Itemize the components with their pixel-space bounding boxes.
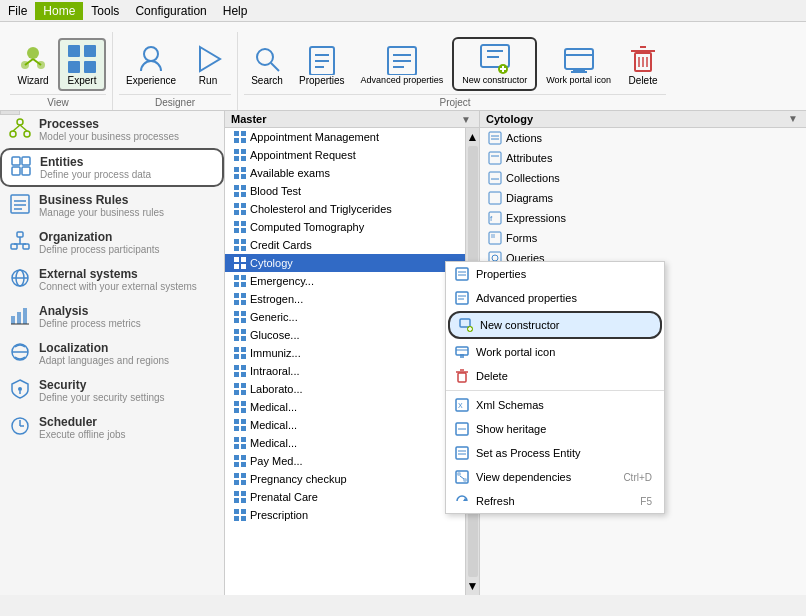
wizard-button[interactable]: Wizard xyxy=(10,39,56,90)
tree-node-cholesterol[interactable]: Cholesterol and Triglycerides xyxy=(225,200,465,218)
tree-node-intraoral[interactable]: Intraoral... xyxy=(225,362,465,380)
actions-label: Actions xyxy=(506,132,542,144)
svg-rect-157 xyxy=(456,268,468,280)
cm-work-portal-icon[interactable]: Work portal icon xyxy=(446,340,664,364)
svg-rect-96 xyxy=(241,246,246,251)
tree-node-pay-med[interactable]: Pay Med... xyxy=(225,452,465,470)
scheduler-icon xyxy=(9,415,31,437)
tree-node-appointment-mgmt[interactable]: Appointment Management xyxy=(225,128,465,146)
right-item-attributes[interactable]: Attributes xyxy=(480,148,806,168)
cm-properties-label: Properties xyxy=(476,268,526,280)
tree-node-medical3[interactable]: Medical... xyxy=(225,434,465,452)
scroll-down-icon[interactable]: ▼ xyxy=(467,579,479,593)
actions-icon xyxy=(488,131,502,145)
cm-xml-schemas[interactable]: X Xml Schemas xyxy=(446,393,664,417)
run-button[interactable]: Run xyxy=(185,39,231,90)
work-portal-ribbon-button[interactable]: Work portal icon xyxy=(539,39,618,89)
cm-advanced-props[interactable]: Advanced properties xyxy=(446,286,664,310)
cm-set-process-entity[interactable]: Set as Process Entity xyxy=(446,441,664,465)
svg-rect-97 xyxy=(234,257,239,262)
cm-show-heritage[interactable]: Show heritage xyxy=(446,417,664,441)
analysis-desc: Define process metrics xyxy=(39,318,141,329)
menu-file[interactable]: File xyxy=(0,2,35,20)
search-ribbon-button[interactable]: Search xyxy=(244,39,290,90)
right-item-collections[interactable]: Collections xyxy=(480,168,806,188)
entities-title: Entities xyxy=(40,155,151,169)
tree-node-blood-test[interactable]: Blood Test xyxy=(225,182,465,200)
tree-node-medical2[interactable]: Medical... xyxy=(225,416,465,434)
svg-rect-91 xyxy=(234,228,239,233)
menu-help[interactable]: Help xyxy=(215,2,256,20)
medical2-icon xyxy=(233,418,247,432)
expert-button[interactable]: Expert xyxy=(58,38,106,91)
svg-rect-114 xyxy=(241,329,246,334)
tree-node-appointment-req[interactable]: Appointment Request xyxy=(225,146,465,164)
tree-node-medical1[interactable]: Medical... xyxy=(225,398,465,416)
svg-rect-142 xyxy=(241,455,246,460)
scroll-up-icon[interactable]: ▲ xyxy=(467,130,479,144)
tree-collapse-btn[interactable]: ▼ xyxy=(459,114,473,125)
svg-rect-145 xyxy=(234,473,239,478)
right-item-expressions[interactable]: f Expressions xyxy=(480,208,806,228)
tree-node-laborato[interactable]: Laborato... xyxy=(225,380,465,398)
sidebar-item-scheduler[interactable]: Scheduler Execute offline jobs xyxy=(0,409,224,446)
svg-rect-141 xyxy=(234,455,239,460)
svg-line-41 xyxy=(20,125,27,131)
svg-point-11 xyxy=(257,49,273,65)
cm-refresh-shortcut: F5 xyxy=(640,496,652,507)
delete-ribbon-button[interactable]: Delete xyxy=(620,39,666,90)
tree-node-cytology[interactable]: Cytology xyxy=(225,254,465,272)
external-systems-icon xyxy=(9,267,31,289)
cm-set-process-icon xyxy=(454,445,470,461)
right-panel-collapse-btn[interactable]: ▼ xyxy=(786,113,800,125)
sidebar-item-external-systems[interactable]: External systems Connect with your exter… xyxy=(0,261,224,298)
cm-delete[interactable]: Delete xyxy=(446,364,664,388)
cm-refresh[interactable]: Refresh F5 xyxy=(446,489,664,513)
tree-node-computed-tomo[interactable]: Computed Tomography xyxy=(225,218,465,236)
tree-node-immuniz[interactable]: Immuniz... xyxy=(225,344,465,362)
estrogen-label: Estrogen... xyxy=(250,293,303,305)
sidebar-item-security[interactable]: Security Define your security settings xyxy=(0,372,224,409)
cm-view-deps-label: View dependencies xyxy=(476,471,571,483)
scheduler-desc: Execute offline jobs xyxy=(39,429,126,440)
tree-node-prescription[interactable]: Prescription xyxy=(225,506,465,524)
tree-node-generic[interactable]: Generic... xyxy=(225,308,465,326)
svg-rect-185 xyxy=(489,132,501,144)
advanced-props-ribbon-button[interactable]: Advanced properties xyxy=(354,39,451,89)
sidebar-collapse-button[interactable]: ‹ xyxy=(0,111,20,115)
sidebar-item-analysis[interactable]: Analysis Define process metrics xyxy=(0,298,224,335)
tree-node-prenatal[interactable]: Prenatal Care xyxy=(225,488,465,506)
credit-cards-label: Credit Cards xyxy=(250,239,312,251)
sidebar-item-organization[interactable]: Organization Define process participants xyxy=(0,224,224,261)
tree-node-available-exams[interactable]: Available exams xyxy=(225,164,465,182)
credit-cards-icon xyxy=(233,238,247,252)
properties-ribbon-button[interactable]: Properties xyxy=(292,39,352,90)
external-systems-desc: Connect with your external systems xyxy=(39,281,197,292)
sidebar-item-localization[interactable]: Localization Adapt languages and regions xyxy=(0,335,224,372)
tree-node-estrogen[interactable]: Estrogen... xyxy=(225,290,465,308)
sidebar-item-processes[interactable]: Processes Model your business processes xyxy=(0,111,224,148)
cm-new-constructor[interactable]: New constructor xyxy=(448,311,662,339)
cm-view-dependencies[interactable]: View dependencies Ctrl+D xyxy=(446,465,664,489)
new-constructor-ribbon-button[interactable]: New constructor xyxy=(452,37,537,91)
experience-button[interactable]: Experience xyxy=(119,39,183,90)
menu-home[interactable]: Home xyxy=(35,2,83,20)
sidebar-item-entities[interactable]: Entities Define your process data xyxy=(0,148,224,187)
sidebar-item-business-rules[interactable]: Business Rules Manage your business rule… xyxy=(0,187,224,224)
menu-configuration[interactable]: Configuration xyxy=(127,2,214,20)
svg-rect-192 xyxy=(489,192,501,204)
tree-node-pregnancy[interactable]: Pregnancy checkup xyxy=(225,470,465,488)
svg-rect-138 xyxy=(241,437,246,442)
menu-tools[interactable]: Tools xyxy=(83,2,127,20)
tree-node-glucose[interactable]: Glucose... xyxy=(225,326,465,344)
attributes-icon xyxy=(488,151,502,165)
tree-node-emergency[interactable]: Emergency... xyxy=(225,272,465,290)
pregnancy-label: Pregnancy checkup xyxy=(250,473,347,485)
tree-header-label: Master xyxy=(231,113,266,125)
right-item-forms[interactable]: Forms xyxy=(480,228,806,248)
tree-node-credit-cards[interactable]: Credit Cards xyxy=(225,236,465,254)
svg-rect-119 xyxy=(234,354,239,359)
cm-properties[interactable]: Properties xyxy=(446,262,664,286)
right-item-actions[interactable]: Actions xyxy=(480,128,806,148)
right-item-diagrams[interactable]: Diagrams xyxy=(480,188,806,208)
